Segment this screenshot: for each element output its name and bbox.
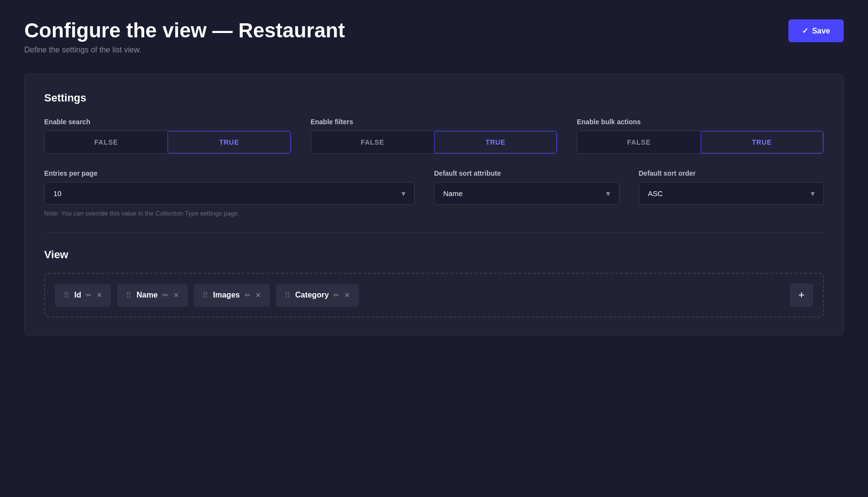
view-item-images[interactable]: ⠿ Images ✏ ✕ [194, 284, 270, 307]
view-item-category[interactable]: ⠿ Category ✏ ✕ [276, 284, 359, 307]
enable-filters-toggle[interactable]: FALSE TRUE [311, 131, 558, 154]
settings-section: Settings Enable search FALSE TRUE Enable… [44, 92, 824, 217]
section-divider [44, 232, 824, 233]
enable-bulk-actions-field: Enable bulk actions FALSE TRUE [577, 118, 824, 154]
toggle-settings-grid: Enable search FALSE TRUE Enable filters … [44, 118, 824, 154]
page-title: Configure the view — Restaurant [24, 19, 345, 42]
settings-section-title: Settings [44, 92, 824, 104]
close-images-icon[interactable]: ✕ [255, 291, 261, 299]
enable-bulk-actions-false[interactable]: FALSE [577, 131, 700, 153]
default-sort-order-wrapper: ASC DESC ▼ [639, 182, 824, 205]
enable-search-label: Enable search [44, 118, 291, 126]
enable-filters-true[interactable]: TRUE [434, 131, 557, 153]
default-sort-attribute-wrapper: Name Id Category ▼ [434, 182, 619, 205]
enable-bulk-actions-toggle[interactable]: FALSE TRUE [577, 131, 824, 154]
view-section: View ⠿ Id ✏ ✕ ⠿ Name ✏ ✕ ⠿ Images ✏ ✕ [44, 248, 824, 317]
edit-id-icon[interactable]: ✏ [86, 291, 92, 299]
enable-filters-label: Enable filters [311, 118, 558, 126]
default-sort-order-select[interactable]: ASC DESC [639, 182, 824, 205]
save-button[interactable]: ✓ Save [788, 19, 844, 42]
view-item-name-label: Name [136, 291, 158, 299]
drag-handle-icon[interactable]: ⠿ [202, 291, 208, 300]
add-view-item-button[interactable]: + [790, 283, 813, 307]
enable-bulk-actions-label: Enable bulk actions [577, 118, 824, 126]
close-category-icon[interactable]: ✕ [344, 291, 350, 299]
header-text: Configure the view — Restaurant Define t… [24, 19, 345, 54]
entries-per-page-wrapper: 10 20 50 100 ▼ [44, 182, 415, 205]
close-name-icon[interactable]: ✕ [173, 291, 179, 299]
edit-images-icon[interactable]: ✏ [245, 291, 250, 299]
entries-note: Note: You can override this value in the… [44, 210, 415, 217]
drag-handle-icon[interactable]: ⠿ [64, 291, 69, 300]
default-sort-order-field: Default sort order ASC DESC ▼ [639, 169, 824, 205]
view-item-name[interactable]: ⠿ Name ✏ ✕ [117, 284, 188, 307]
default-sort-attribute-label: Default sort attribute [434, 169, 619, 177]
check-icon: ✓ [802, 26, 808, 35]
entries-sort-grid: Entries per page 10 20 50 100 ▼ Note: Yo… [44, 169, 824, 217]
edit-name-icon[interactable]: ✏ [163, 291, 168, 299]
drag-handle-icon[interactable]: ⠿ [126, 291, 132, 300]
entries-per-page-select[interactable]: 10 20 50 100 [44, 182, 415, 205]
view-section-title: View [44, 248, 824, 261]
view-item-id[interactable]: ⠿ Id ✏ ✕ [55, 284, 111, 307]
close-id-icon[interactable]: ✕ [97, 291, 102, 299]
enable-bulk-actions-true[interactable]: TRUE [701, 131, 823, 153]
view-items-container: ⠿ Id ✏ ✕ ⠿ Name ✏ ✕ ⠿ Images ✏ ✕ ⠿ [44, 273, 824, 317]
enable-search-toggle[interactable]: FALSE TRUE [44, 131, 291, 154]
enable-search-false[interactable]: FALSE [45, 131, 167, 153]
edit-category-icon[interactable]: ✏ [334, 291, 339, 299]
settings-card: Settings Enable search FALSE TRUE Enable… [24, 74, 844, 335]
enable-search-field: Enable search FALSE TRUE [44, 118, 291, 154]
entries-per-page-label: Entries per page [44, 169, 415, 177]
page-subtitle: Define the settings of the list view. [24, 46, 345, 54]
default-sort-attribute-field: Default sort attribute Name Id Category … [434, 169, 619, 205]
view-item-category-label: Category [295, 291, 329, 299]
drag-handle-icon[interactable]: ⠿ [284, 291, 290, 300]
view-item-images-label: Images [213, 291, 240, 299]
default-sort-attribute-select[interactable]: Name Id Category [434, 182, 619, 205]
page-header: Configure the view — Restaurant Define t… [24, 19, 844, 54]
entries-per-page-field: Entries per page 10 20 50 100 ▼ Note: Yo… [44, 169, 415, 217]
default-sort-order-label: Default sort order [639, 169, 824, 177]
view-item-id-label: Id [74, 291, 81, 299]
enable-filters-field: Enable filters FALSE TRUE [311, 118, 558, 154]
enable-search-true[interactable]: TRUE [167, 131, 290, 153]
enable-filters-false[interactable]: FALSE [311, 131, 434, 153]
